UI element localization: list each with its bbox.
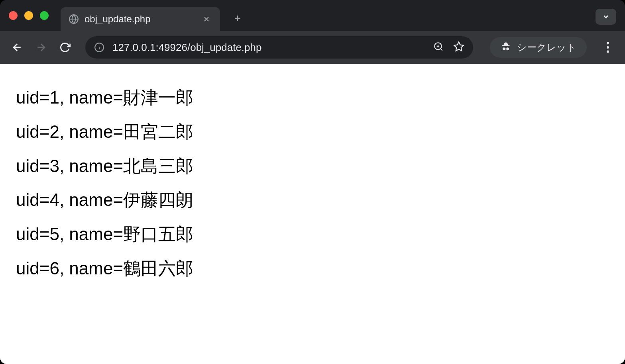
data-row: uid=1, name=財津一郎: [16, 80, 609, 115]
svg-line-12: [440, 49, 442, 51]
tab-bar: obj_update.php: [0, 0, 625, 31]
data-row: uid=6, name=鶴田六郎: [16, 251, 609, 286]
forward-button[interactable]: [33, 39, 49, 56]
address-actions: [433, 41, 464, 54]
toolbar: 127.0.0.1:49926/obj_update.php: [0, 31, 625, 64]
close-tab-icon[interactable]: [201, 14, 212, 25]
incognito-icon: [500, 41, 511, 54]
back-button[interactable]: [9, 39, 26, 56]
menu-button[interactable]: [599, 39, 616, 56]
tab-dropdown-button[interactable]: [596, 9, 616, 25]
incognito-badge[interactable]: シークレット: [490, 37, 587, 58]
tab-title: obj_update.php: [85, 14, 201, 25]
minimize-window-button[interactable]: [24, 11, 33, 20]
star-icon[interactable]: [453, 41, 464, 54]
data-row: uid=5, name=野口五郎: [16, 217, 609, 251]
svg-point-18: [607, 51, 609, 53]
url-text: 127.0.0.1:49926/obj_update.php: [112, 41, 433, 54]
zoom-icon[interactable]: [433, 41, 444, 53]
maximize-window-button[interactable]: [40, 11, 49, 20]
globe-icon: [69, 14, 79, 24]
data-row: uid=4, name=伊藤四朗: [16, 183, 609, 217]
reload-button[interactable]: [57, 39, 73, 56]
svg-marker-15: [454, 42, 463, 51]
page-content: uid=1, name=財津一郎uid=2, name=田宮二郎uid=3, n…: [0, 64, 625, 364]
data-row: uid=3, name=北島三郎: [16, 149, 609, 183]
svg-point-16: [607, 42, 609, 45]
incognito-label: シークレット: [517, 41, 576, 54]
browser-window: obj_update.php: [0, 0, 625, 364]
close-window-button[interactable]: [9, 11, 18, 20]
new-tab-button[interactable]: [230, 10, 246, 26]
data-row: uid=2, name=田宮二郎: [16, 115, 609, 149]
browser-tab[interactable]: obj_update.php: [61, 7, 220, 31]
info-icon[interactable]: [94, 42, 104, 53]
window-controls: [9, 11, 49, 20]
svg-point-17: [607, 46, 609, 49]
address-bar[interactable]: 127.0.0.1:49926/obj_update.php: [85, 36, 473, 59]
